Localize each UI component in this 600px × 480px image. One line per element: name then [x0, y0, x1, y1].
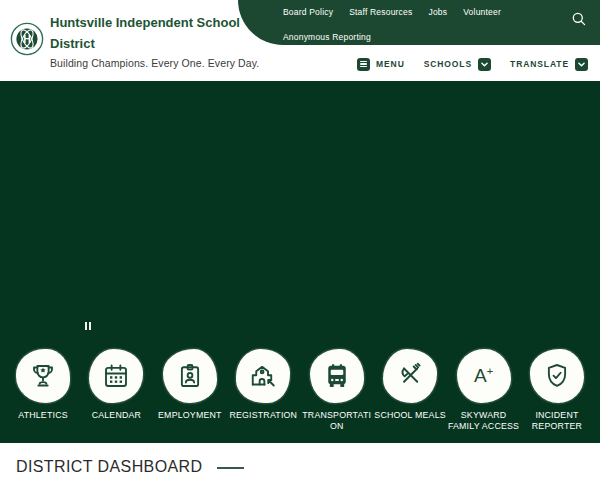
- link-board-policy[interactable]: Board Policy: [283, 7, 333, 17]
- title-underline: [217, 467, 244, 469]
- translate-dropdown[interactable]: TRANSLATE: [510, 58, 588, 71]
- search-button[interactable]: [571, 11, 587, 27]
- district-seal-icon: H: [10, 22, 44, 56]
- district-name-line2: District: [50, 37, 259, 51]
- link-volunteer[interactable]: Volunteer: [463, 7, 501, 17]
- id-badge-icon: [163, 349, 217, 403]
- quicklink-employment[interactable]: EMPLOYMENT: [154, 349, 226, 432]
- district-title: Huntsville Independent School District B…: [50, 16, 259, 69]
- quicklink-registration[interactable]: REGISTRATION: [227, 349, 299, 432]
- menu-button-label: MENU: [376, 59, 405, 69]
- utility-links-row2: Anonymous Reporting: [283, 26, 371, 44]
- video-pause-button[interactable]: [83, 321, 93, 331]
- menu-button[interactable]: MENU: [357, 58, 405, 71]
- calendar-icon: [89, 349, 143, 403]
- quicklink-label: ATHLETICS: [18, 410, 68, 421]
- a-plus-icon: A+: [457, 349, 511, 403]
- schools-dropdown-label: SCHOOLS: [424, 59, 472, 69]
- quicklink-label: INCIDENT REPORTER: [521, 410, 593, 432]
- quicklink-label: SKYWARD FAMILY ACCESS: [448, 410, 520, 432]
- quicklink-label: SCHOOL MEALS: [374, 410, 446, 421]
- hero-banner: ATHLETICS CALENDAR: [0, 81, 600, 443]
- logo-monogram: H: [23, 33, 31, 45]
- search-icon: [571, 11, 587, 27]
- page: H Huntsville Independent School District…: [0, 0, 600, 480]
- quicklink-label: REGISTRATION: [229, 410, 297, 421]
- quicklink-calendar[interactable]: CALENDAR: [80, 349, 152, 432]
- shield-check-icon: [530, 349, 584, 403]
- link-staff-resources[interactable]: Staff Resources: [349, 7, 412, 17]
- school-building-icon: [236, 349, 290, 403]
- quicklink-skyward-family-access[interactable]: A+ SKYWARD FAMILY ACCESS: [448, 349, 520, 432]
- site-header: H Huntsville Independent School District…: [0, 0, 600, 81]
- schools-dropdown[interactable]: SCHOOLS: [424, 58, 491, 71]
- quicklink-label: CALENDAR: [92, 410, 142, 421]
- quicklink-transportation[interactable]: TRANSPORTATION: [301, 349, 373, 432]
- quicklinks-bar: ATHLETICS CALENDAR: [0, 349, 600, 432]
- translate-dropdown-label: TRANSLATE: [510, 59, 569, 69]
- utility-nav-panel: Board Policy Staff Resources Jobs Volunt…: [238, 0, 600, 45]
- district-logo[interactable]: H: [10, 22, 44, 56]
- chevron-down-icon: [575, 58, 588, 71]
- district-name-line1: Huntsville Independent School: [50, 16, 259, 30]
- chevron-down-icon: [478, 58, 491, 71]
- utility-links-row1: Board Policy Staff Resources Jobs Volunt…: [283, 7, 501, 17]
- trophy-icon: [16, 349, 70, 403]
- link-anonymous-reporting[interactable]: Anonymous Reporting: [283, 32, 371, 42]
- fork-knife-icon: [383, 349, 437, 403]
- quicklink-label: EMPLOYMENT: [158, 410, 222, 421]
- section-title: DISTRICT DASHBOARD: [16, 458, 202, 476]
- hamburger-icon: [357, 58, 370, 71]
- main-nav-row: MENU SCHOOLS TRANSLATE: [357, 56, 588, 72]
- district-tagline: Building Champions. Every One. Every Day…: [50, 57, 259, 69]
- quicklink-incident-reporter[interactable]: INCIDENT REPORTER: [521, 349, 593, 432]
- quicklink-school-meals[interactable]: SCHOOL MEALS: [374, 349, 446, 432]
- quicklink-athletics[interactable]: ATHLETICS: [7, 349, 79, 432]
- district-dashboard-section: DISTRICT DASHBOARD: [0, 443, 600, 480]
- link-jobs[interactable]: Jobs: [428, 7, 447, 17]
- quicklink-label: TRANSPORTATION: [301, 410, 373, 432]
- bus-icon: [310, 349, 364, 403]
